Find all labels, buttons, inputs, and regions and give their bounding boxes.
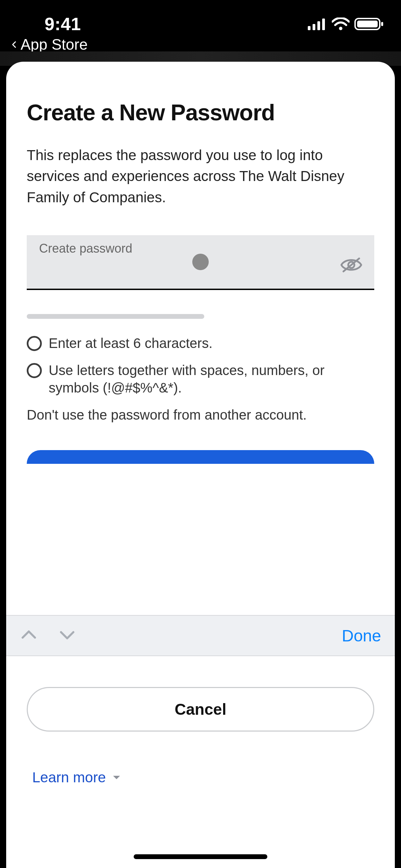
- home-indicator[interactable]: [134, 854, 267, 859]
- cancel-button[interactable]: Cancel: [27, 687, 374, 732]
- requirement-text: Enter at least 6 characters.: [49, 335, 212, 352]
- battery-icon: [354, 17, 384, 31]
- svg-rect-3: [322, 19, 325, 30]
- back-to-app-store[interactable]: App Store: [10, 36, 88, 53]
- requirement-item: Use letters together with spaces, number…: [27, 362, 374, 397]
- caret-down-icon: [112, 773, 121, 782]
- chevron-down-icon: [58, 626, 76, 644]
- requirement-unmet-icon: [27, 336, 42, 351]
- page-title: Create a New Password: [27, 99, 374, 125]
- svg-rect-2: [317, 21, 320, 30]
- keyboard-accessory-bar: Done: [6, 615, 395, 656]
- submit-button[interactable]: [27, 450, 374, 464]
- status-bar: 9:41 App Store: [0, 0, 401, 51]
- back-chevron-icon: [10, 40, 19, 49]
- svg-rect-0: [308, 26, 311, 30]
- show-password-toggle[interactable]: [340, 256, 363, 275]
- secondary-actions: Cancel Learn more: [6, 656, 395, 868]
- requirement-text: Use letters together with spaces, number…: [49, 362, 374, 397]
- requirement-item: Enter at least 6 characters.: [27, 335, 374, 352]
- back-label: App Store: [21, 36, 88, 53]
- password-sheet: Create a New Password This replaces the …: [6, 62, 395, 868]
- svg-rect-1: [313, 24, 315, 30]
- next-field-button[interactable]: [58, 626, 76, 645]
- password-input-label: Create password: [39, 241, 333, 256]
- svg-rect-7: [381, 22, 383, 26]
- keyboard-done-button[interactable]: Done: [342, 626, 381, 645]
- previous-field-button[interactable]: [20, 626, 38, 645]
- svg-rect-6: [357, 21, 378, 27]
- svg-point-4: [339, 27, 342, 30]
- learn-more-link[interactable]: Learn more: [32, 769, 121, 786]
- learn-more-label: Learn more: [32, 769, 106, 786]
- wifi-icon: [332, 17, 350, 31]
- status-time: 9:41: [45, 14, 81, 34]
- eye-off-icon: [340, 256, 363, 274]
- password-input[interactable]: Create password: [27, 235, 374, 290]
- cellular-signal-icon: [308, 18, 327, 30]
- requirement-unmet-icon: [27, 363, 42, 378]
- password-strength-meter: [27, 314, 204, 319]
- page-subtitle: This replaces the password you use to lo…: [27, 145, 374, 208]
- chevron-up-icon: [20, 626, 38, 644]
- password-note: Don't use the password from another acco…: [27, 407, 374, 423]
- input-activity-indicator-icon: [192, 254, 209, 270]
- status-indicators: [308, 17, 384, 31]
